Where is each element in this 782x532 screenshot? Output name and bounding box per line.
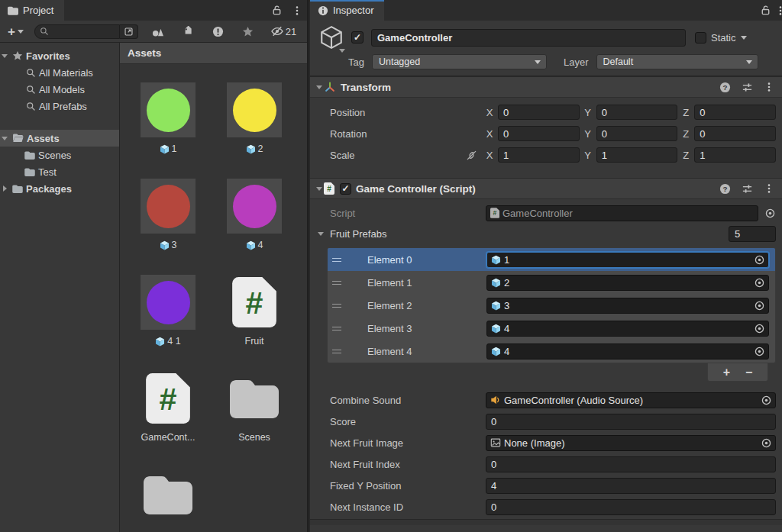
element-0-object-field[interactable]: 1	[486, 252, 769, 268]
array-size-field[interactable]: 5	[729, 226, 776, 242]
drag-handle-icon[interactable]	[332, 281, 341, 285]
next-fruit-index-field[interactable]: 0	[486, 456, 776, 472]
component-enabled-checkbox[interactable]: ✓	[340, 183, 351, 195]
static-dropdown-caret[interactable]	[741, 36, 747, 40]
presets-icon[interactable]	[742, 82, 753, 93]
object-picker-icon[interactable]	[754, 323, 765, 334]
tree-item-favorites[interactable]: Favorites	[0, 47, 119, 64]
element-4-row[interactable]: Element 4 4	[328, 340, 775, 363]
asset-prefab-2[interactable]: 2	[227, 82, 282, 155]
scale-x-field[interactable]: 1	[498, 147, 580, 163]
link-off-icon[interactable]	[466, 150, 477, 161]
foldout-open-icon[interactable]	[316, 232, 325, 236]
hidden-packages-button[interactable]: 21	[266, 22, 301, 40]
object-picker-icon[interactable]	[754, 254, 765, 266]
script-object-field[interactable]: GameController	[486, 205, 758, 221]
search-input[interactable]	[49, 26, 110, 37]
object-picker-icon[interactable]	[754, 300, 765, 311]
kebab-menu-icon[interactable]	[764, 183, 774, 194]
object-picker-icon[interactable]	[761, 437, 772, 449]
tag-dropdown[interactable]: Untagged	[372, 54, 547, 69]
tree-item-all-models[interactable]: All Models	[0, 81, 119, 98]
foldout-open-icon[interactable]	[315, 187, 324, 191]
gameobject-icon-button[interactable]	[316, 24, 347, 50]
position-x-field[interactable]: 0	[498, 105, 580, 120]
object-picker-icon[interactable]	[754, 277, 765, 289]
folder-icon	[12, 185, 23, 193]
scale-z-field[interactable]: 1	[694, 147, 776, 163]
presets-icon[interactable]	[742, 183, 753, 195]
score-field[interactable]: 0	[486, 414, 776, 430]
tree-item-assets[interactable]: Assets	[0, 130, 119, 147]
asset-prefab-4[interactable]: 4	[227, 179, 282, 251]
drag-handle-icon[interactable]	[332, 350, 341, 353]
element-1-object-field[interactable]: 2	[486, 275, 769, 291]
tree-item-test[interactable]: Test	[0, 163, 119, 180]
transform-header[interactable]: Transform	[310, 76, 782, 98]
layer-dropdown[interactable]: Default	[596, 54, 758, 69]
position-z-field[interactable]: 0	[694, 105, 776, 120]
search-by-type-button[interactable]	[146, 22, 170, 40]
kebab-menu-icon[interactable]	[775, 5, 782, 16]
element-1-row[interactable]: Element 1 2	[328, 271, 775, 294]
unlock-icon[interactable]	[760, 5, 771, 16]
add-element-button[interactable]: +	[723, 366, 730, 379]
object-picker-icon[interactable]	[761, 395, 772, 406]
element-4-object-field[interactable]: 4	[486, 343, 769, 360]
foldout-closed-icon[interactable]	[0, 185, 9, 192]
object-picker-icon[interactable]	[764, 208, 776, 219]
next-fruit-image-object-field[interactable]: None (Image)	[486, 435, 776, 451]
help-icon[interactable]	[719, 183, 731, 195]
asset-script-gamecontroller[interactable]: GameCont...	[141, 371, 196, 443]
tree-item-all-materials[interactable]: All Materials	[0, 64, 119, 81]
drag-handle-icon[interactable]	[332, 304, 341, 308]
open-search-window-button[interactable]	[120, 24, 138, 39]
next-instance-id-field[interactable]: 0	[486, 499, 776, 515]
foldout-open-icon[interactable]	[315, 85, 324, 89]
rotation-z-field[interactable]: 0	[694, 126, 776, 141]
asset-folder-scenes[interactable]: Scenes	[227, 371, 282, 443]
tree-item-packages[interactable]: Packages	[0, 180, 119, 197]
tab-project[interactable]: Project	[0, 0, 64, 21]
asset-folder-test[interactable]	[141, 467, 196, 532]
prefab-cube-icon	[491, 255, 501, 265]
element-3-object-field[interactable]: 4	[486, 321, 769, 337]
asset-prefab-1[interactable]: 1	[141, 82, 196, 155]
rotation-x-field[interactable]: 0	[498, 126, 580, 141]
element-3-row[interactable]: Element 3 4	[328, 317, 775, 340]
fruit-prefabs-header[interactable]: Fruit Prefabs 5	[310, 224, 782, 243]
kebab-menu-icon[interactable]	[292, 5, 302, 16]
position-y-field[interactable]: 0	[596, 105, 678, 120]
fixed-y-position-field[interactable]: 4	[486, 478, 776, 494]
asset-prefab-4-1[interactable]: 4 1	[141, 275, 196, 347]
help-icon[interactable]	[719, 82, 731, 93]
rotation-y-field[interactable]: 0	[596, 126, 678, 141]
asset-prefab-3[interactable]: 3	[141, 179, 196, 251]
scale-y-field[interactable]: 1	[596, 147, 678, 163]
tree-item-scenes[interactable]: Scenes	[0, 147, 119, 163]
asset-script-fruit[interactable]: Fruit	[227, 275, 282, 347]
save-search-button[interactable]	[236, 22, 260, 40]
create-asset-button[interactable]: +	[3, 23, 28, 40]
element-2-row[interactable]: Element 2 3	[328, 294, 775, 317]
object-picker-icon[interactable]	[754, 346, 765, 357]
static-checkbox[interactable]	[695, 32, 706, 44]
active-checkbox[interactable]: ✓	[351, 31, 364, 44]
tab-inspector[interactable]: Inspector	[310, 0, 384, 21]
element-2-object-field[interactable]: 3	[486, 298, 769, 314]
tree-item-all-prefabs[interactable]: All Prefabs	[0, 98, 119, 114]
combine-sound-object-field[interactable]: GameController (Audio Source)	[486, 392, 776, 408]
foldout-open-icon[interactable]	[0, 137, 9, 140]
foldout-open-icon[interactable]	[0, 54, 9, 58]
drag-handle-icon[interactable]	[332, 258, 341, 262]
drag-handle-icon[interactable]	[332, 327, 341, 330]
remove-element-button[interactable]: −	[745, 366, 752, 379]
gamecontroller-script-header[interactable]: ✓ Game Controller (Script)	[310, 178, 782, 199]
search-by-label-button[interactable]	[176, 22, 200, 40]
gameobject-name-input[interactable]	[371, 29, 686, 47]
kebab-menu-icon[interactable]	[764, 82, 774, 92]
search-by-importlog-button[interactable]	[205, 22, 230, 40]
unlock-icon[interactable]	[271, 5, 283, 16]
project-search-field[interactable]	[34, 24, 120, 39]
element-0-row[interactable]: Element 0 1	[328, 248, 775, 271]
